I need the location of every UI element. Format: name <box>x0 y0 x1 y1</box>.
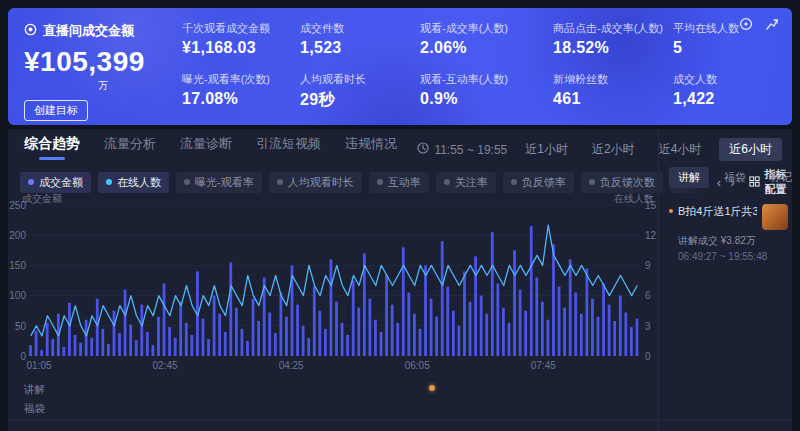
product-thumbnail[interactable] <box>762 204 788 230</box>
y-tick-right: 15 <box>645 200 656 211</box>
side-tab-mark[interactable]: 标记 <box>761 167 800 188</box>
stats-banner: 直播间成交金额 ¥105,399 万 创建目标 千次观看成交金额¥1,168.0… <box>8 8 792 125</box>
chip-dot <box>511 179 517 185</box>
target-icon <box>24 23 37 39</box>
stat-cell: 成交件数1,523 <box>300 21 420 57</box>
stat-cell: 曝光-观看率(次数)17.08% <box>182 72 300 111</box>
banner-stats-grid: 千次观看成交金额¥1,168.03 成交件数1,523 观看-成交率(人数)2.… <box>182 21 773 111</box>
chip-dot <box>277 179 283 185</box>
primary-metric-label: 直播间成交金额 <box>43 22 134 40</box>
chip-dot <box>589 179 595 185</box>
chip-dot <box>184 179 190 185</box>
stat-cell: 观看-互动率(人数)0.9% <box>420 72 553 111</box>
y-tick-right: 9 <box>645 260 651 271</box>
tab-traffic-analysis[interactable]: 流量分析 <box>104 135 156 153</box>
chip-dot <box>28 179 34 185</box>
chip-dot <box>444 179 450 185</box>
tab-overall-trend[interactable]: 综合趋势 <box>24 135 80 160</box>
x-axis-ticks: 01:05 02:45 04:25 06:05 07:45 <box>28 360 640 372</box>
primary-metric-value: ¥105,399 <box>24 46 145 78</box>
y-tick-left: 100 <box>9 290 26 301</box>
chip-online-users[interactable]: 在线人数 <box>98 172 169 193</box>
stat-cell: 商品点击-成交率(人数)18.52% <box>553 21 673 57</box>
stat-cell: 观看-成交率(人数)2.06% <box>420 21 553 57</box>
x-tick: 02:45 <box>153 360 178 371</box>
explain-deal-amount: 讲解成交 ¥3.82万 <box>678 234 788 248</box>
side-panel: 讲解 福袋 标记 B拍4斤送1斤共35-4... 讲解成交 ¥3.82万 06:… <box>658 129 792 431</box>
chip-dot <box>106 179 112 185</box>
chip-dot <box>377 179 383 185</box>
feedback-icon[interactable] <box>738 16 754 32</box>
tab-short-video[interactable]: 引流短视频 <box>256 135 321 153</box>
explain-time-range: 06:49:27 ~ 19:55:48 <box>678 251 788 262</box>
explain-row-track <box>28 383 640 393</box>
primary-metric-unit: 万 <box>98 79 145 93</box>
y-tick-right: 3 <box>645 321 651 332</box>
primary-metric: 直播间成交金额 ¥105,399 万 创建目标 <box>24 22 145 121</box>
stat-cell: 人均观看时长29秒 <box>300 72 420 111</box>
x-tick: 04:25 <box>279 360 304 371</box>
stat-cell: 千次观看成交金额¥1,168.03 <box>182 21 300 57</box>
side-panel-tabs: 讲解 福袋 标记 <box>669 167 788 188</box>
stat-cell: 成交人数1,422 <box>673 72 773 111</box>
explain-marker-dot[interactable] <box>429 385 435 391</box>
trend-chart[interactable] <box>28 205 640 356</box>
share-icon[interactable] <box>764 16 780 32</box>
stat-cell: 新增粉丝数461 <box>553 72 673 111</box>
y-tick-left: 250 <box>9 200 26 211</box>
chip-exposure-view-rate[interactable]: 曝光-观看率 <box>176 172 262 193</box>
explain-list-item[interactable]: B拍4斤送1斤共35-4... 讲解成交 ¥3.82万 06:49:27 ~ 1… <box>669 204 788 262</box>
left-axis-title: 成交金额 <box>22 192 62 206</box>
luckybag-row-track <box>28 402 640 412</box>
tab-violations[interactable]: 违规情况 <box>345 135 397 153</box>
chip-negative-feedback-rate[interactable]: 负反馈率 <box>503 172 574 193</box>
chip-interaction-rate[interactable]: 互动率 <box>369 172 429 193</box>
product-title: B拍4斤送1斤共35-4... <box>678 204 757 219</box>
live-dashboard: 直播间成交金额 ¥105,399 万 创建目标 千次观看成交金额¥1,168.0… <box>0 0 800 431</box>
time-range-display: 11:55 ~ 19:55 <box>417 142 507 157</box>
chip-negative-feedback-count[interactable]: 负反馈次数 <box>581 172 663 193</box>
side-tab-luckybag[interactable]: 福袋 <box>715 167 755 188</box>
nav-tabs: 综合趋势 流量分析 流量诊断 引流短视频 违规情况 <box>24 135 397 160</box>
side-tab-explain[interactable]: 讲解 <box>669 167 709 188</box>
trend-panel: 综合趋势 流量分析 流量诊断 引流短视频 违规情况 11:55 ~ 19:55 … <box>8 129 792 431</box>
x-tick: 06:05 <box>405 360 430 371</box>
chart-canvas <box>28 205 640 356</box>
x-tick: 07:45 <box>531 360 556 371</box>
y-tick-left: 50 <box>15 321 26 332</box>
y-tick-left: 150 <box>9 260 26 271</box>
bullet-dot <box>669 209 673 213</box>
create-goal-button[interactable]: 创建目标 <box>24 100 88 121</box>
y-tick-left: 0 <box>20 351 26 362</box>
tab-traffic-diagnosis[interactable]: 流量诊断 <box>180 135 232 153</box>
chip-follow-rate[interactable]: 关注率 <box>436 172 496 193</box>
y-tick-right: 12 <box>645 230 656 241</box>
chip-gmv[interactable]: 成交金额 <box>20 172 91 193</box>
chip-avg-watch-time[interactable]: 人均观看时长 <box>269 172 362 193</box>
x-tick: 01:05 <box>27 360 52 371</box>
range-button-1h[interactable]: 近1小时 <box>519 138 574 161</box>
y-tick-right: 6 <box>645 290 651 301</box>
y-tick-right: 0 <box>645 351 651 362</box>
clock-icon <box>417 142 429 157</box>
range-button-2h[interactable]: 近2小时 <box>586 138 641 161</box>
y-tick-left: 200 <box>9 230 26 241</box>
